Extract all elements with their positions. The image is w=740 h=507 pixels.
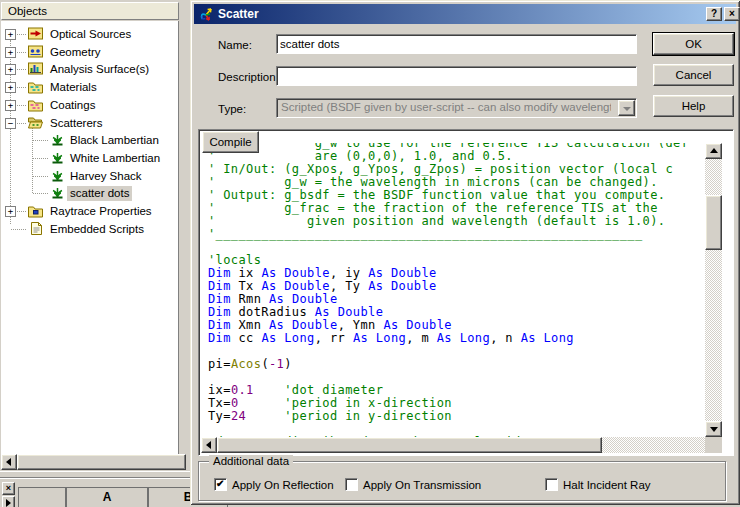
scatterer-icon — [49, 168, 66, 183]
right-arrow-icon — [6, 499, 11, 507]
tree-item-label[interactable]: White Lambertian — [67, 151, 163, 166]
code-line: Ty=24 'period in y-direction — [208, 410, 705, 423]
expander-plus[interactable]: + — [5, 82, 16, 93]
tree-item-label[interactable]: Coatings — [47, 98, 98, 113]
expander-plus[interactable]: + — [5, 100, 16, 111]
tree-item-analysis-surface-s[interactable]: +Analysis Surface(s) — [1, 61, 179, 78]
compile-button[interactable]: Compile — [202, 131, 259, 153]
ok-button-label: OK — [685, 38, 702, 50]
tree-item-raytrace-properties[interactable]: +Raytrace Properties — [1, 203, 179, 220]
dialog-titlebar[interactable]: Scatter ? × — [194, 4, 736, 24]
screen: Objects +Optical Sources+Geometry+Analys… — [0, 0, 740, 507]
checkbox-label: Apply On Transmission — [363, 478, 481, 492]
tree-item-label[interactable]: Scatterers — [47, 116, 105, 131]
tree-item-label[interactable]: Raytrace Properties — [47, 204, 155, 219]
tree-item-geometry[interactable]: +Geometry — [1, 44, 179, 61]
bottom-dock-fragment: × AB — [0, 478, 190, 507]
up-arrow-icon — [710, 148, 718, 153]
spreadsheet-column-header[interactable]: A — [66, 487, 148, 507]
tree-item-optical-sources[interactable]: +Optical Sources — [1, 26, 179, 43]
expander-minus[interactable]: − — [5, 118, 16, 129]
tree-item-scatterers[interactable]: −Scatterers — [1, 115, 179, 132]
hscroll-left-button[interactable] — [201, 437, 217, 453]
spreadsheet-column-header[interactable] — [18, 487, 66, 507]
objects-tree: +Optical Sources+Geometry+Analysis Surfa… — [1, 21, 179, 454]
script-editor[interactable]: ' g_w to use for the reference TIS calcu… — [201, 143, 705, 437]
checkbox-box[interactable] — [345, 478, 358, 491]
tree-item-embedded-scripts[interactable]: Embedded Scripts — [1, 221, 179, 238]
name-input[interactable] — [276, 34, 637, 54]
objects-panel: Objects +Optical Sources+Geometry+Analys… — [0, 0, 190, 507]
left-arrow-icon — [206, 441, 211, 449]
code-line — [208, 241, 705, 254]
type-dropdown[interactable]: Scripted (BSDF given by user-script -- c… — [276, 98, 637, 118]
close-icon: × — [6, 483, 11, 493]
code-line: Dim cc As Long, rr As Long, m As Long, n… — [208, 332, 705, 345]
expander-plus[interactable]: + — [5, 64, 16, 75]
tree-item-harvey-shack[interactable]: Harvey Shack — [1, 168, 179, 185]
expander-plus[interactable]: + — [5, 47, 16, 58]
editor-vscrollbar[interactable] — [705, 143, 722, 437]
scatter-dialog: Scatter ? × Name: Description: Type: Scr… — [190, 0, 740, 505]
tree-item-coatings[interactable]: +Coatings — [1, 97, 179, 114]
tree-item-label[interactable]: Black Lambertian — [67, 133, 162, 148]
additional-data-group: Additional data Apply On Reflection Appl… — [198, 461, 726, 501]
tree-item-label[interactable]: Optical Sources — [47, 27, 134, 42]
help-icon: ? — [711, 8, 717, 19]
expander-plus[interactable]: + — [5, 206, 16, 217]
objects-panel-title: Objects — [8, 5, 47, 17]
tree-hscroll-left-button[interactable] — [1, 454, 17, 470]
scatterer-icon — [49, 132, 66, 147]
compile-button-label: Compile — [209, 136, 251, 148]
expander-plus[interactable]: + — [5, 29, 16, 40]
tree-item-scatter-dots[interactable]: scatter dots — [1, 185, 179, 202]
tree-item-label[interactable]: Harvey Shack — [67, 169, 145, 184]
coatings-icon — [27, 97, 44, 112]
cancel-button-label: Cancel — [676, 69, 712, 81]
type-dropdown-value: Scripted (BSDF given by user-script -- c… — [281, 101, 611, 113]
tree-connector — [33, 193, 48, 194]
optical-sources-icon — [27, 26, 44, 41]
titlebar-close-button[interactable]: × — [724, 7, 740, 21]
dock-close-button[interactable]: × — [2, 482, 15, 495]
dialog-title: Scatter — [218, 7, 259, 21]
name-label: Name: — [218, 39, 252, 51]
tree-connector — [33, 140, 48, 141]
vscroll-thumb[interactable] — [705, 195, 722, 250]
tree-item-label[interactable]: Geometry — [47, 45, 104, 60]
tree-hscroll-thumb[interactable] — [17, 454, 186, 470]
help-button[interactable]: Help — [653, 95, 734, 117]
tree-item-label[interactable]: Materials — [47, 80, 100, 95]
ok-button[interactable]: OK — [653, 33, 734, 55]
left-arrow-icon — [6, 458, 11, 466]
vscroll-down-button[interactable] — [705, 421, 722, 437]
tree-item-materials[interactable]: +Materials — [1, 79, 179, 96]
materials-icon — [27, 79, 44, 94]
analysis-surfaces-icon — [27, 61, 44, 76]
tree-connector — [11, 229, 26, 230]
geometry-icon — [27, 44, 44, 59]
tree-item-white-lambertian[interactable]: White Lambertian — [1, 150, 179, 167]
editor-hscrollbar[interactable] — [201, 437, 722, 453]
checkbox-box[interactable] — [545, 478, 558, 491]
scrollbar-corner — [705, 437, 722, 453]
raytrace-icon — [27, 203, 44, 218]
objects-panel-header: Objects — [1, 2, 179, 20]
vscroll-up-button[interactable] — [705, 143, 722, 159]
scripts-icon — [27, 221, 44, 236]
tree-hscrollbar[interactable] — [1, 454, 186, 470]
checkbox-box[interactable] — [214, 478, 227, 491]
titlebar-help-button[interactable]: ? — [706, 7, 722, 21]
type-dropdown-arrow-button[interactable] — [618, 100, 635, 116]
dock-expand-button[interactable] — [2, 496, 15, 507]
tree-item-label[interactable]: scatter dots — [67, 186, 132, 201]
scatterer-icon — [49, 185, 66, 200]
app-icon — [198, 6, 214, 22]
scatterers-icon — [27, 115, 44, 130]
tree-item-label[interactable]: Analysis Surface(s) — [47, 62, 152, 77]
tree-item-black-lambertian[interactable]: Black Lambertian — [1, 132, 179, 149]
description-input[interactable] — [276, 66, 637, 86]
cancel-button[interactable]: Cancel — [653, 64, 734, 86]
hscroll-thumb[interactable] — [217, 437, 602, 453]
tree-item-label[interactable]: Embedded Scripts — [47, 222, 147, 237]
